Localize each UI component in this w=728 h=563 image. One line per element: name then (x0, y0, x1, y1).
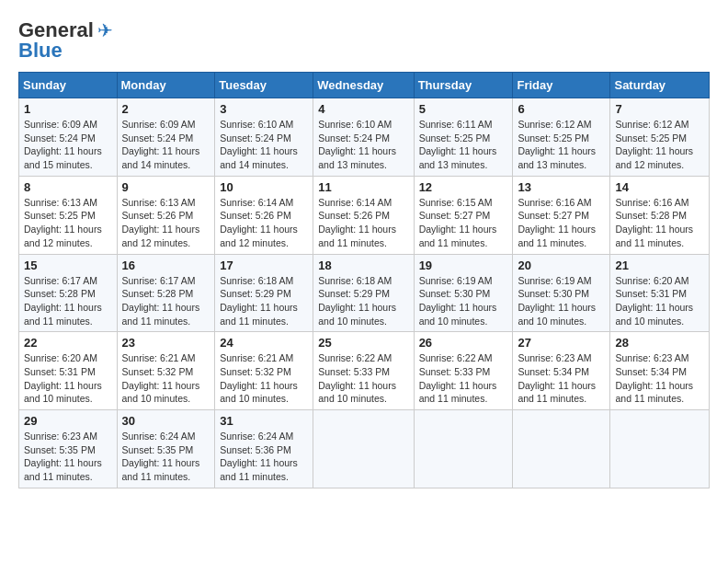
day-number: 27 (518, 336, 605, 350)
calendar-cell: 28 Sunrise: 6:23 AMSunset: 5:34 PMDaylig… (610, 332, 710, 410)
calendar-cell: 18 Sunrise: 6:18 AMSunset: 5:29 PMDaylig… (313, 254, 414, 332)
day-number: 14 (615, 180, 704, 194)
calendar-cell: 16 Sunrise: 6:17 AMSunset: 5:28 PMDaylig… (117, 254, 215, 332)
calendar-cell: 19 Sunrise: 6:19 AMSunset: 5:30 PMDaylig… (414, 254, 513, 332)
calendar-cell: 7 Sunrise: 6:12 AMSunset: 5:25 PMDayligh… (610, 98, 710, 177)
day-number: 7 (615, 102, 704, 116)
calendar-cell (414, 410, 513, 488)
calendar-cell: 17 Sunrise: 6:18 AMSunset: 5:29 PMDaylig… (215, 254, 313, 332)
day-number: 25 (318, 336, 408, 350)
day-number: 19 (419, 259, 508, 272)
day-info: Sunrise: 6:19 AMSunset: 5:30 PMDaylight:… (518, 274, 605, 328)
calendar-cell (313, 410, 414, 488)
day-number: 2 (122, 102, 210, 116)
weekday-header-monday: Monday (117, 73, 215, 98)
calendar-cell: 26 Sunrise: 6:22 AMSunset: 5:33 PMDaylig… (414, 332, 513, 410)
day-info: Sunrise: 6:21 AMSunset: 5:32 PMDaylight:… (220, 351, 308, 406)
day-number: 30 (122, 414, 210, 428)
day-info: Sunrise: 6:09 AMSunset: 5:24 PMDaylight:… (24, 118, 112, 172)
calendar-cell: 5 Sunrise: 6:11 AMSunset: 5:25 PMDayligh… (414, 98, 513, 177)
day-info: Sunrise: 6:11 AMSunset: 5:25 PMDaylight:… (419, 118, 508, 172)
day-info: Sunrise: 6:09 AMSunset: 5:24 PMDaylight:… (122, 118, 210, 172)
day-info: Sunrise: 6:14 AMSunset: 5:26 PMDaylight:… (220, 196, 308, 250)
day-info: Sunrise: 6:12 AMSunset: 5:25 PMDaylight:… (518, 118, 605, 172)
calendar-cell: 24 Sunrise: 6:21 AMSunset: 5:32 PMDaylig… (215, 332, 313, 410)
day-number: 21 (615, 259, 704, 272)
calendar-cell: 21 Sunrise: 6:20 AMSunset: 5:31 PMDaylig… (610, 254, 710, 332)
calendar-cell: 1 Sunrise: 6:09 AMSunset: 5:24 PMDayligh… (19, 98, 118, 177)
calendar-cell (610, 410, 710, 488)
day-number: 8 (24, 180, 112, 194)
day-number: 5 (419, 102, 508, 116)
day-info: Sunrise: 6:17 AMSunset: 5:28 PMDaylight:… (24, 274, 112, 328)
day-number: 22 (24, 336, 112, 350)
calendar-cell: 15 Sunrise: 6:17 AMSunset: 5:28 PMDaylig… (19, 254, 118, 332)
day-info: Sunrise: 6:20 AMSunset: 5:31 PMDaylight:… (24, 351, 112, 406)
weekday-header-thursday: Thursday (414, 73, 513, 98)
calendar-cell: 30 Sunrise: 6:24 AMSunset: 5:35 PMDaylig… (117, 410, 215, 488)
weekday-header-tuesday: Tuesday (215, 73, 313, 98)
day-info: Sunrise: 6:12 AMSunset: 5:25 PMDaylight:… (615, 118, 704, 172)
day-info: Sunrise: 6:10 AMSunset: 5:24 PMDaylight:… (220, 118, 308, 172)
weekday-header-saturday: Saturday (610, 73, 710, 98)
calendar-cell (513, 410, 610, 488)
day-number: 10 (220, 180, 308, 194)
day-info: Sunrise: 6:13 AMSunset: 5:25 PMDaylight:… (24, 196, 112, 250)
weekday-header-friday: Friday (513, 73, 610, 98)
calendar-cell: 4 Sunrise: 6:10 AMSunset: 5:24 PMDayligh… (313, 98, 414, 177)
day-number: 1 (24, 102, 112, 116)
calendar-cell: 31 Sunrise: 6:24 AMSunset: 5:36 PMDaylig… (215, 410, 313, 488)
calendar-cell: 6 Sunrise: 6:12 AMSunset: 5:25 PMDayligh… (513, 98, 610, 177)
day-number: 12 (419, 180, 508, 194)
calendar-cell: 2 Sunrise: 6:09 AMSunset: 5:24 PMDayligh… (117, 98, 215, 177)
day-number: 26 (419, 336, 508, 350)
day-number: 4 (318, 102, 408, 116)
header: General ✈ Blue (18, 18, 710, 63)
weekday-header-wednesday: Wednesday (313, 73, 414, 98)
day-info: Sunrise: 6:18 AMSunset: 5:29 PMDaylight:… (318, 274, 408, 328)
day-number: 3 (220, 102, 308, 116)
calendar-cell: 10 Sunrise: 6:14 AMSunset: 5:26 PMDaylig… (215, 176, 313, 254)
day-info: Sunrise: 6:19 AMSunset: 5:30 PMDaylight:… (419, 274, 508, 328)
day-number: 16 (122, 259, 210, 272)
day-info: Sunrise: 6:24 AMSunset: 5:35 PMDaylight:… (122, 430, 210, 484)
day-number: 29 (24, 414, 112, 428)
day-info: Sunrise: 6:10 AMSunset: 5:24 PMDaylight:… (318, 118, 408, 172)
calendar-cell: 27 Sunrise: 6:23 AMSunset: 5:34 PMDaylig… (513, 332, 610, 410)
day-number: 20 (518, 259, 605, 272)
calendar-cell: 13 Sunrise: 6:16 AMSunset: 5:27 PMDaylig… (513, 176, 610, 254)
day-number: 13 (518, 180, 605, 194)
day-number: 17 (220, 259, 308, 272)
calendar-cell: 11 Sunrise: 6:14 AMSunset: 5:26 PMDaylig… (313, 176, 414, 254)
calendar-cell: 29 Sunrise: 6:23 AMSunset: 5:35 PMDaylig… (19, 410, 118, 488)
day-info: Sunrise: 6:13 AMSunset: 5:26 PMDaylight:… (122, 196, 210, 250)
day-info: Sunrise: 6:23 AMSunset: 5:34 PMDaylight:… (518, 351, 605, 406)
calendar-cell: 3 Sunrise: 6:10 AMSunset: 5:24 PMDayligh… (215, 98, 313, 177)
day-number: 9 (122, 180, 210, 194)
day-number: 11 (318, 180, 408, 194)
calendar-cell: 12 Sunrise: 6:15 AMSunset: 5:27 PMDaylig… (414, 176, 513, 254)
day-info: Sunrise: 6:16 AMSunset: 5:28 PMDaylight:… (615, 196, 704, 250)
day-info: Sunrise: 6:22 AMSunset: 5:33 PMDaylight:… (318, 351, 408, 406)
day-info: Sunrise: 6:18 AMSunset: 5:29 PMDaylight:… (220, 274, 308, 328)
calendar-cell: 20 Sunrise: 6:19 AMSunset: 5:30 PMDaylig… (513, 254, 610, 332)
logo-bird-icon: ✈ (97, 19, 113, 41)
day-info: Sunrise: 6:14 AMSunset: 5:26 PMDaylight:… (318, 196, 408, 250)
logo: General ✈ Blue (18, 18, 113, 63)
day-number: 23 (122, 336, 210, 350)
calendar-cell: 22 Sunrise: 6:20 AMSunset: 5:31 PMDaylig… (19, 332, 118, 410)
weekday-header-sunday: Sunday (19, 73, 118, 98)
day-number: 28 (615, 336, 704, 350)
calendar-cell: 8 Sunrise: 6:13 AMSunset: 5:25 PMDayligh… (19, 176, 118, 254)
day-info: Sunrise: 6:21 AMSunset: 5:32 PMDaylight:… (122, 351, 210, 406)
day-number: 15 (24, 259, 112, 272)
day-info: Sunrise: 6:17 AMSunset: 5:28 PMDaylight:… (122, 274, 210, 328)
calendar-cell: 14 Sunrise: 6:16 AMSunset: 5:28 PMDaylig… (610, 176, 710, 254)
day-number: 18 (318, 259, 408, 272)
day-number: 31 (220, 414, 308, 428)
day-info: Sunrise: 6:20 AMSunset: 5:31 PMDaylight:… (615, 274, 704, 328)
day-number: 6 (518, 102, 605, 116)
day-info: Sunrise: 6:15 AMSunset: 5:27 PMDaylight:… (419, 196, 508, 250)
day-info: Sunrise: 6:23 AMSunset: 5:34 PMDaylight:… (615, 351, 704, 406)
calendar-cell: 25 Sunrise: 6:22 AMSunset: 5:33 PMDaylig… (313, 332, 414, 410)
